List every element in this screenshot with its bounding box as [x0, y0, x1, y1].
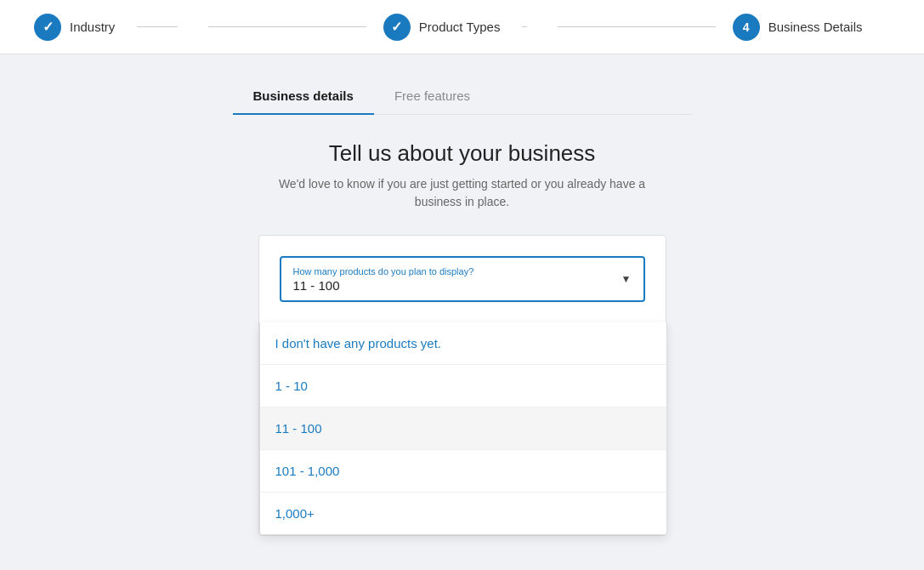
step-product-types-label: Product Types [419, 20, 501, 34]
step-industry-label: Industry [70, 20, 115, 34]
dropdown-option-none[interactable]: I don't have any products yet. [260, 322, 666, 365]
step-business-details: 4 Business Details [733, 14, 890, 41]
page-title: Tell us about your business [267, 140, 658, 167]
dropdown-field-label: How many products do you plan to display… [293, 266, 632, 276]
step-product-types-circle [383, 14, 411, 41]
tab-business-details[interactable]: Business details [233, 80, 374, 115]
form-card: How many products do you plan to display… [258, 235, 666, 536]
step-industry-circle [34, 14, 61, 41]
dropdown-menu: I don't have any products yet. 1 - 10 11… [259, 322, 667, 535]
dropdown-arrow-icon: ▼ [621, 273, 632, 285]
page-subtitle: We'd love to know if you are just gettin… [267, 175, 658, 211]
products-dropdown[interactable]: How many products do you plan to display… [280, 256, 645, 302]
step-connector-1 [208, 26, 366, 27]
step-industry: Industry [34, 14, 191, 41]
tab-free-features[interactable]: Free features [374, 80, 490, 115]
page-heading: Tell us about your business We'd love to… [267, 140, 658, 211]
step-business-details-circle: 4 [733, 14, 760, 41]
dropdown-option-101-1000[interactable]: 101 - 1,000 [260, 450, 666, 493]
dropdown-option-11-100[interactable]: 11 - 100 [260, 408, 666, 450]
step-product-types: Product Types [383, 14, 541, 41]
step-connector-2 [558, 26, 715, 27]
main-content: Business details Free features Tell us a… [0, 54, 924, 536]
dropdown-option-1000plus[interactable]: 1,000+ [260, 493, 666, 534]
step-business-details-label: Business Details [768, 20, 863, 34]
stepper-header: Industry Product Types 4 Business Detail… [0, 0, 924, 54]
dropdown-selected-value: 11 - 100 [293, 278, 340, 293]
tabs-container: Business details Free features [233, 80, 692, 115]
dropdown-option-1-10[interactable]: 1 - 10 [260, 365, 666, 408]
